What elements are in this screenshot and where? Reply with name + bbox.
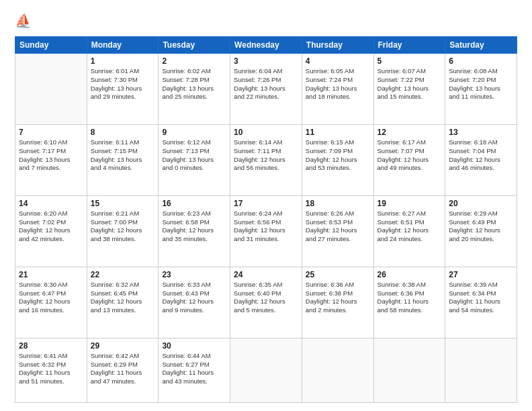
page: ⛵ SundayMondayTuesdayWednesdayThursdayFr… (0, 0, 532, 411)
day-number: 1 (91, 56, 155, 66)
day-info: Sunrise: 6:38 AM Sunset: 6:36 PM Dayligh… (378, 281, 442, 315)
day-info: Sunrise: 6:18 AM Sunset: 7:04 PM Dayligh… (449, 138, 513, 173)
calendar-cell: 5Sunrise: 6:07 AM Sunset: 7:22 PM Daylig… (373, 54, 445, 125)
day-info: Sunrise: 6:21 AM Sunset: 7:00 PM Dayligh… (91, 210, 155, 244)
weekday-header-wednesday: Wednesday (230, 37, 302, 54)
day-number: 10 (234, 128, 298, 137)
calendar-cell: 30Sunrise: 6:44 AM Sunset: 6:27 PM Dayli… (159, 338, 230, 402)
day-info: Sunrise: 6:12 AM Sunset: 7:13 PM Dayligh… (162, 138, 226, 173)
day-number: 13 (449, 128, 513, 137)
calendar-cell: 7Sunrise: 6:10 AM Sunset: 7:17 PM Daylig… (15, 124, 87, 195)
day-number: 30 (162, 341, 226, 351)
calendar-cell (15, 54, 87, 125)
day-number: 8 (91, 128, 155, 137)
weekday-header-thursday: Thursday (302, 37, 373, 54)
day-info: Sunrise: 6:39 AM Sunset: 6:34 PM Dayligh… (449, 281, 513, 315)
weekday-header-row: SundayMondayTuesdayWednesdayThursdayFrid… (15, 37, 517, 54)
day-info: Sunrise: 6:02 AM Sunset: 7:28 PM Dayligh… (162, 67, 226, 101)
day-info: Sunrise: 6:07 AM Sunset: 7:22 PM Dayligh… (378, 67, 442, 101)
day-number: 2 (162, 56, 226, 66)
calendar-cell: 9Sunrise: 6:12 AM Sunset: 7:13 PM Daylig… (159, 124, 230, 195)
week-row-5: 28Sunrise: 6:41 AM Sunset: 6:32 PM Dayli… (15, 338, 517, 402)
calendar-cell: 18Sunrise: 6:26 AM Sunset: 6:53 PM Dayli… (302, 195, 373, 267)
day-info: Sunrise: 6:05 AM Sunset: 7:24 PM Dayligh… (306, 67, 370, 101)
day-number: 12 (378, 128, 442, 137)
calendar-cell: 12Sunrise: 6:17 AM Sunset: 7:07 PM Dayli… (373, 124, 445, 195)
calendar-cell: 14Sunrise: 6:20 AM Sunset: 7:02 PM Dayli… (15, 195, 87, 267)
day-number: 4 (306, 56, 370, 66)
day-number: 22 (91, 270, 155, 279)
calendar-cell (445, 338, 517, 402)
weekday-header-saturday: Saturday (445, 37, 517, 54)
calendar-cell: 27Sunrise: 6:39 AM Sunset: 6:34 PM Dayli… (445, 267, 517, 338)
day-info: Sunrise: 6:17 AM Sunset: 7:07 PM Dayligh… (378, 138, 442, 173)
week-row-4: 21Sunrise: 6:30 AM Sunset: 6:47 PM Dayli… (15, 267, 517, 338)
day-info: Sunrise: 6:42 AM Sunset: 6:29 PM Dayligh… (91, 352, 155, 386)
calendar-cell: 4Sunrise: 6:05 AM Sunset: 7:24 PM Daylig… (302, 54, 373, 125)
day-number: 7 (19, 128, 83, 137)
weekday-header-friday: Friday (373, 37, 445, 54)
day-info: Sunrise: 6:15 AM Sunset: 7:09 PM Dayligh… (306, 138, 370, 173)
calendar-cell: 3Sunrise: 6:04 AM Sunset: 7:26 PM Daylig… (230, 54, 302, 125)
day-info: Sunrise: 6:44 AM Sunset: 6:27 PM Dayligh… (162, 352, 226, 386)
day-number: 5 (378, 56, 442, 66)
header: ⛵ (15, 12, 517, 31)
day-info: Sunrise: 6:23 AM Sunset: 6:58 PM Dayligh… (162, 210, 226, 244)
calendar-cell: 8Sunrise: 6:11 AM Sunset: 7:15 PM Daylig… (87, 124, 159, 195)
calendar-cell: 1Sunrise: 6:01 AM Sunset: 7:30 PM Daylig… (87, 54, 159, 125)
day-info: Sunrise: 6:26 AM Sunset: 6:53 PM Dayligh… (306, 210, 370, 244)
day-info: Sunrise: 6:14 AM Sunset: 7:11 PM Dayligh… (234, 138, 298, 173)
day-info: Sunrise: 6:32 AM Sunset: 6:45 PM Dayligh… (91, 281, 155, 315)
day-number: 3 (234, 56, 298, 66)
week-row-2: 7Sunrise: 6:10 AM Sunset: 7:17 PM Daylig… (15, 124, 517, 195)
svg-text:⛵: ⛵ (15, 13, 32, 29)
calendar-cell: 20Sunrise: 6:29 AM Sunset: 6:49 PM Dayli… (445, 195, 517, 267)
calendar-cell: 19Sunrise: 6:27 AM Sunset: 6:51 PM Dayli… (373, 195, 445, 267)
logo-icon: ⛵ (15, 12, 34, 31)
calendar-cell: 6Sunrise: 6:08 AM Sunset: 7:20 PM Daylig… (445, 54, 517, 125)
calendar-cell: 2Sunrise: 6:02 AM Sunset: 7:28 PM Daylig… (159, 54, 230, 125)
day-info: Sunrise: 6:08 AM Sunset: 7:20 PM Dayligh… (449, 67, 513, 101)
day-info: Sunrise: 6:29 AM Sunset: 6:49 PM Dayligh… (449, 210, 513, 244)
calendar-cell (373, 338, 445, 402)
day-number: 17 (234, 199, 298, 208)
weekday-header-sunday: Sunday (15, 37, 87, 54)
calendar-cell: 29Sunrise: 6:42 AM Sunset: 6:29 PM Dayli… (87, 338, 159, 402)
day-number: 11 (306, 128, 370, 137)
calendar-cell: 28Sunrise: 6:41 AM Sunset: 6:32 PM Dayli… (15, 338, 87, 402)
calendar-cell: 25Sunrise: 6:36 AM Sunset: 6:38 PM Dayli… (302, 267, 373, 338)
day-info: Sunrise: 6:10 AM Sunset: 7:17 PM Dayligh… (19, 138, 83, 173)
calendar-cell (230, 338, 302, 402)
day-info: Sunrise: 6:27 AM Sunset: 6:51 PM Dayligh… (378, 210, 442, 244)
day-number: 27 (449, 270, 513, 279)
day-number: 28 (19, 341, 83, 351)
day-number: 20 (449, 199, 513, 208)
day-number: 9 (162, 128, 226, 137)
calendar-cell (302, 338, 373, 402)
calendar-cell: 24Sunrise: 6:35 AM Sunset: 6:40 PM Dayli… (230, 267, 302, 338)
day-number: 14 (19, 199, 83, 208)
weekday-header-monday: Monday (87, 37, 159, 54)
day-number: 29 (91, 341, 155, 351)
calendar-cell: 10Sunrise: 6:14 AM Sunset: 7:11 PM Dayli… (230, 124, 302, 195)
day-info: Sunrise: 6:04 AM Sunset: 7:26 PM Dayligh… (234, 67, 298, 101)
day-info: Sunrise: 6:41 AM Sunset: 6:32 PM Dayligh… (19, 352, 83, 386)
day-number: 26 (378, 270, 442, 279)
day-number: 25 (306, 270, 370, 279)
weekday-header-tuesday: Tuesday (159, 37, 230, 54)
day-number: 19 (378, 199, 442, 208)
day-info: Sunrise: 6:20 AM Sunset: 7:02 PM Dayligh… (19, 210, 83, 244)
calendar-table: SundayMondayTuesdayWednesdayThursdayFrid… (15, 36, 517, 403)
day-number: 21 (19, 270, 83, 279)
day-number: 6 (449, 56, 513, 66)
day-number: 24 (234, 270, 298, 279)
week-row-1: 1Sunrise: 6:01 AM Sunset: 7:30 PM Daylig… (15, 54, 517, 125)
day-number: 23 (162, 270, 226, 279)
day-info: Sunrise: 6:30 AM Sunset: 6:47 PM Dayligh… (19, 281, 83, 315)
calendar-cell: 17Sunrise: 6:24 AM Sunset: 6:56 PM Dayli… (230, 195, 302, 267)
logo: ⛵ (15, 12, 36, 31)
day-number: 18 (306, 199, 370, 208)
day-number: 16 (162, 199, 226, 208)
day-info: Sunrise: 6:01 AM Sunset: 7:30 PM Dayligh… (91, 67, 155, 101)
day-info: Sunrise: 6:24 AM Sunset: 6:56 PM Dayligh… (234, 210, 298, 244)
